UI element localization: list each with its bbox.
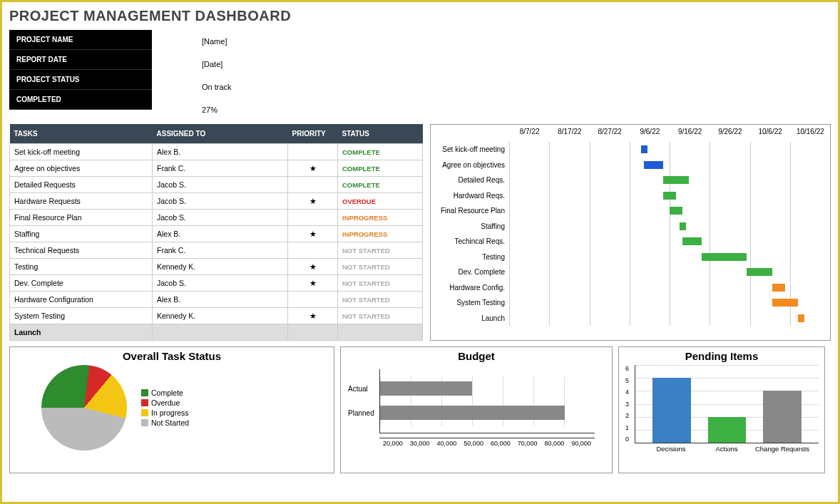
- task-status: NOT STARTED: [338, 308, 423, 324]
- table-row: Set kick-off meeting Alex B. COMPLETE: [10, 144, 423, 160]
- gantt-date: 8/27/22: [590, 125, 630, 142]
- task-status: COMPLETE: [338, 177, 423, 193]
- table-row: Launch: [10, 324, 423, 341]
- legend-item: Not Started: [141, 418, 189, 427]
- task-status: COMPLETE: [338, 160, 423, 177]
- pending-bar: [763, 391, 801, 443]
- gantt-task-label: Techincal Reqs.: [431, 234, 509, 250]
- budget-tick: 30,000: [406, 440, 434, 447]
- task-status: NOT STARTED: [338, 275, 423, 292]
- legend-item: In progress: [141, 408, 189, 417]
- value-report-date: [Date]: [202, 53, 232, 76]
- pending-label: Actions: [699, 445, 754, 453]
- task-name: Testing: [10, 259, 153, 275]
- pending-label: Change Requests: [754, 445, 810, 453]
- gantt-date: 10/6/22: [750, 125, 790, 142]
- budget-tick: 60,000: [487, 440, 514, 447]
- pie-legend: CompleteOverdueIn progressNot Started: [141, 387, 189, 428]
- budget-title: Budget: [344, 350, 609, 362]
- tasks-table: TASKS ASSIGNED TO PRIORITY STATUS Set ki…: [9, 124, 423, 341]
- task-status: INPROGRESS: [338, 210, 423, 226]
- gantt-bar: [644, 161, 663, 169]
- gantt-task-label: Dev. Complete: [431, 264, 509, 280]
- task-assigned: Jacob S.: [153, 193, 288, 210]
- task-assigned: Jacob S.: [153, 275, 288, 292]
- page-title: PROJECT MANAGEMENT DASHBOARD: [9, 8, 831, 24]
- task-status: NOT STARTED: [338, 242, 423, 259]
- label-report-date: REPORT DATE: [9, 50, 152, 70]
- task-assigned: [153, 324, 288, 341]
- gantt-date: 9/6/22: [630, 125, 670, 142]
- gantt-task-label: Testing: [431, 250, 509, 265]
- table-row: Detailed Requests Jacob S. COMPLETE: [10, 177, 423, 193]
- gantt-date: 9/16/22: [670, 125, 710, 142]
- budget-panel: Budget Actual Planned 20,00030,00040,000…: [340, 346, 613, 473]
- legend-item: Overdue: [141, 398, 189, 407]
- task-assigned: Alex B.: [153, 226, 288, 242]
- task-priority: ★: [288, 259, 338, 275]
- task-assigned: Frank C.: [153, 160, 288, 177]
- task-priority: ★: [288, 226, 338, 242]
- task-name: Hardware Requests: [10, 193, 153, 210]
- task-assigned: Jacob S.: [153, 177, 288, 193]
- gantt-task-label: Set kick-off meeting: [431, 142, 509, 158]
- gantt-task-label: System Testing: [431, 295, 509, 311]
- col-priority: PRIORITY: [288, 124, 338, 144]
- table-row: Final Resource Plan Jacob S. INPROGRESS: [10, 210, 423, 226]
- value-project-status: On track: [202, 76, 232, 98]
- task-name: Agree on objectives: [10, 160, 153, 177]
- budget-label-actual: Actual: [348, 385, 368, 393]
- gantt-bar: [747, 268, 772, 276]
- task-name: Hardware Configuration: [10, 292, 153, 308]
- label-completed: COMPLETED: [9, 90, 152, 110]
- table-row: Agree on objectives Frank C. ★ COMPLETE: [10, 160, 423, 177]
- task-priority: [288, 324, 338, 341]
- task-assigned: Kennedy K.: [153, 259, 288, 275]
- table-row: Technical Requests Frank C. NOT STARTED: [10, 242, 423, 259]
- pending-label: Decisions: [643, 445, 699, 453]
- task-name: Final Resource Plan: [10, 210, 153, 226]
- task-priority: [288, 177, 338, 193]
- gantt-date: 9/26/22: [710, 125, 749, 142]
- task-assigned: Jacob S.: [153, 210, 288, 226]
- gantt-task-label: Hardward Reqs.: [431, 188, 509, 204]
- budget-tick: 90,000: [568, 440, 595, 447]
- task-priority: [288, 144, 338, 160]
- table-row: Hardware Configuration Alex B. NOT START…: [10, 292, 423, 308]
- budget-label-planned: Planned: [348, 409, 374, 417]
- legend-item: Complete: [141, 389, 189, 397]
- gantt-date: 10/16/22: [790, 125, 830, 142]
- task-assigned: Frank C.: [153, 242, 288, 259]
- table-row: Hardware Requests Jacob S. ★ OVERDUE: [10, 193, 423, 210]
- gantt-task-label: Staffing: [431, 219, 509, 235]
- task-name: Launch: [10, 324, 153, 341]
- task-priority: [288, 242, 338, 259]
- gantt-task-label: Final Resource Plan: [431, 203, 509, 219]
- task-priority: ★: [288, 193, 338, 210]
- gantt-task-label: Hardware Config.: [431, 280, 509, 296]
- col-assigned: ASSIGNED TO: [153, 124, 288, 144]
- table-row: Testing Kennedy K. ★ NOT STARTED: [10, 259, 423, 275]
- task-name: System Testing: [10, 308, 153, 324]
- gantt-bar: [641, 145, 647, 153]
- gantt-date: 8/17/22: [549, 125, 589, 142]
- project-info: PROJECT NAME REPORT DATE PROJECT STATUS …: [9, 30, 831, 121]
- task-assigned: Alex B.: [153, 292, 288, 308]
- table-row: Dev. Complete Jacob S. ★ NOT STARTED: [10, 275, 423, 292]
- gantt-bar: [663, 176, 689, 184]
- budget-bar-actual: [380, 381, 472, 396]
- gantt-bar: [682, 237, 702, 245]
- task-status: NOT STARTED: [338, 292, 423, 308]
- table-row: Staffing Alex B. ★ INPROGRESS: [10, 226, 423, 242]
- budget-bar-planned: [380, 406, 565, 420]
- pending-items-panel: Pending Items 0123456 DecisionsActionsCh…: [618, 346, 825, 473]
- task-assigned: Kennedy K.: [153, 308, 288, 324]
- gantt-task-label: Agree on objectives: [431, 158, 509, 173]
- gantt-task-label: Launch: [431, 311, 509, 326]
- pending-title: Pending Items: [622, 350, 821, 362]
- value-completed: 27%: [202, 98, 232, 121]
- label-project-status: PROJECT STATUS: [9, 70, 152, 90]
- value-project-name: [Name]: [202, 30, 232, 53]
- task-status: INPROGRESS: [338, 226, 423, 242]
- task-name: Detailed Requests: [10, 177, 153, 193]
